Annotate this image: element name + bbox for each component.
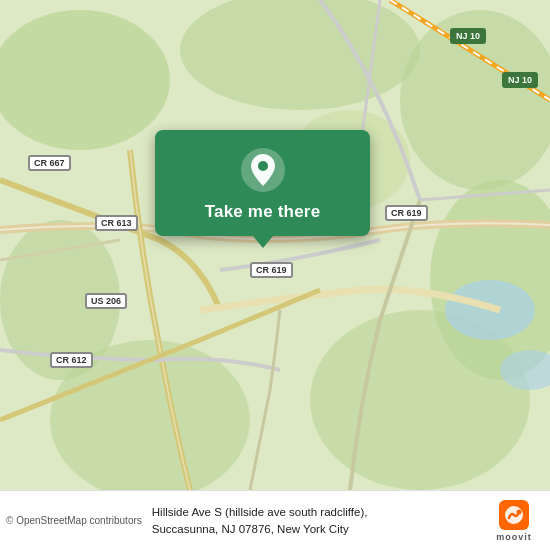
badge-nj10-top: NJ 10 [450, 28, 486, 44]
map-area[interactable]: CR 667 CR 613 CR 619 CR 619 CR 612 US 20… [0, 0, 550, 490]
badge-cr613: CR 613 [95, 215, 138, 231]
moovit-label: moovit [496, 532, 532, 542]
svg-point-19 [258, 161, 268, 171]
svg-point-21 [517, 509, 522, 514]
footer: © OpenStreetMap contributors Hillside Av… [0, 490, 550, 550]
address-label: Hillside Ave S (hillside ave south radcl… [152, 504, 478, 536]
badge-cr619-top: CR 619 [385, 205, 428, 221]
badge-cr667: CR 667 [28, 155, 71, 171]
moovit-svg-icon [504, 505, 524, 525]
badge-cr619-center: CR 619 [250, 262, 293, 278]
location-pin-icon [241, 148, 285, 192]
badge-nj10-right: NJ 10 [502, 72, 538, 88]
badge-cr612: CR 612 [50, 352, 93, 368]
take-me-there-button[interactable]: Take me there [205, 202, 321, 222]
osm-attribution: © OpenStreetMap contributors [6, 515, 142, 526]
moovit-logo: moovit [488, 500, 540, 542]
badge-us206: US 206 [85, 293, 127, 309]
moovit-icon [499, 500, 529, 530]
location-popup[interactable]: Take me there [155, 130, 370, 236]
